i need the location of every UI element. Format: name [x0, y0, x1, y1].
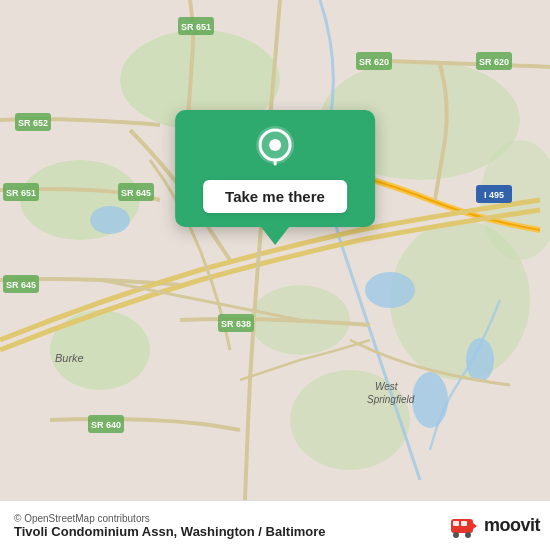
moovit-text: moovit: [484, 515, 540, 536]
svg-point-42: [453, 532, 459, 538]
svg-text:SR 640: SR 640: [91, 420, 121, 430]
svg-text:SR 651: SR 651: [6, 188, 36, 198]
svg-point-38: [269, 139, 281, 151]
svg-text:SR 620: SR 620: [479, 57, 509, 67]
footer-left: © OpenStreetMap contributors Tivoli Cond…: [14, 513, 326, 539]
svg-text:I 495: I 495: [484, 190, 504, 200]
svg-rect-41: [461, 521, 467, 526]
svg-text:SR 645: SR 645: [121, 188, 151, 198]
svg-point-10: [365, 272, 415, 308]
popup-tail: [261, 227, 289, 245]
copyright-text: © OpenStreetMap contributors: [14, 513, 326, 524]
svg-point-9: [90, 206, 130, 234]
location-title: Tivoli Condominium Assn, Washington / Ba…: [14, 524, 326, 539]
map-background: SR 651 SR 652 SR 620 SR 620 SR 651 SR 64…: [0, 0, 550, 500]
svg-rect-40: [453, 521, 459, 526]
pin-icon: [256, 126, 294, 170]
svg-text:Springfield: Springfield: [367, 394, 415, 405]
map-container: SR 651 SR 652 SR 620 SR 620 SR 651 SR 64…: [0, 0, 550, 500]
svg-text:SR 645: SR 645: [6, 280, 36, 290]
footer: © OpenStreetMap contributors Tivoli Cond…: [0, 500, 550, 550]
svg-text:SR 652: SR 652: [18, 118, 48, 128]
svg-text:West: West: [375, 381, 399, 392]
svg-text:SR 651: SR 651: [181, 22, 211, 32]
take-me-there-button[interactable]: Take me there: [203, 180, 347, 213]
svg-point-6: [50, 310, 150, 390]
popup-box: Take me there: [175, 110, 375, 227]
svg-point-43: [465, 532, 471, 538]
moovit-brand-icon: [449, 511, 479, 541]
svg-text:SR 620: SR 620: [359, 57, 389, 67]
location-popup: Take me there: [175, 110, 375, 245]
svg-text:Burke: Burke: [55, 352, 84, 364]
moovit-logo: moovit: [449, 511, 540, 541]
svg-point-11: [412, 372, 448, 428]
svg-text:SR 638: SR 638: [221, 319, 251, 329]
